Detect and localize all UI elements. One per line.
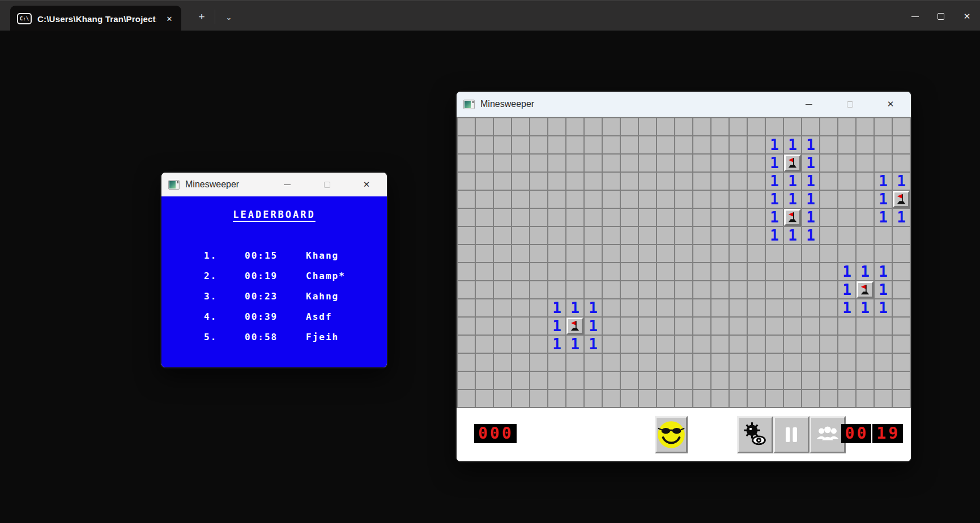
grid-cell[interactable]: 1 [857, 299, 875, 318]
grid-cell[interactable] [711, 372, 730, 390]
grid-cell[interactable] [603, 263, 621, 281]
grid-cell[interactable] [675, 263, 693, 281]
grid-cell[interactable] [857, 191, 875, 209]
grid-cell[interactable] [802, 299, 820, 318]
grid-cell[interactable]: 1 [893, 173, 911, 191]
grid-cell[interactable] [512, 209, 530, 227]
grid-cell[interactable] [585, 281, 603, 299]
grid-cell[interactable] [748, 155, 766, 173]
grid-cell[interactable] [820, 209, 838, 227]
grid-cell[interactable] [476, 281, 494, 299]
grid-cell[interactable] [693, 354, 711, 372]
grid-cell[interactable] [711, 136, 730, 155]
grid-cell[interactable] [857, 372, 875, 390]
grid-cell[interactable] [603, 299, 621, 318]
grid-cell[interactable]: 1 [802, 173, 820, 191]
grid-cell[interactable] [784, 155, 802, 173]
grid-cell[interactable] [603, 118, 621, 136]
grid-cell[interactable] [893, 136, 911, 155]
grid-cell[interactable] [838, 191, 857, 209]
grid-cell[interactable] [675, 245, 693, 263]
grid-cell[interactable] [730, 281, 748, 299]
grid-cell[interactable] [784, 299, 802, 318]
grid-cell[interactable] [494, 354, 512, 372]
grid-cell[interactable]: 1 [875, 191, 893, 209]
grid-cell[interactable] [893, 245, 911, 263]
grid-cell[interactable] [893, 191, 911, 209]
grid-cell[interactable] [512, 227, 530, 245]
grid-cell[interactable] [675, 281, 693, 299]
grid-cell[interactable] [494, 227, 512, 245]
grid-cell[interactable] [458, 263, 476, 281]
terminal-tab[interactable]: C:\ C:\Users\Khang Tran\Projects' ✕ [10, 6, 181, 32]
grid-cell[interactable]: 1 [893, 209, 911, 227]
grid-cell[interactable] [458, 390, 476, 408]
grid-cell[interactable] [476, 136, 494, 155]
grid-cell[interactable] [730, 209, 748, 227]
grid-cell[interactable] [820, 118, 838, 136]
tab-dropdown-chevron-icon[interactable]: ⌄ [220, 8, 238, 26]
grid-cell[interactable] [530, 263, 548, 281]
grid-cell[interactable] [730, 336, 748, 354]
grid-cell[interactable]: 1 [585, 336, 603, 354]
grid-cell[interactable] [693, 245, 711, 263]
grid-cell[interactable]: 1 [548, 299, 566, 318]
grid-cell[interactable] [802, 390, 820, 408]
grid-cell[interactable] [657, 263, 675, 281]
grid-cell[interactable] [820, 318, 838, 336]
grid-cell[interactable] [693, 209, 711, 227]
grid-cell[interactable] [566, 354, 585, 372]
grid-cell[interactable] [657, 281, 675, 299]
grid-cell[interactable] [603, 390, 621, 408]
grid-cell[interactable] [657, 390, 675, 408]
terminal-titlebar[interactable]: C:\ C:\Users\Khang Tran\Projects' ✕ + ⌄ … [0, 0, 980, 31]
grid-cell[interactable] [548, 245, 566, 263]
grid-cell[interactable] [893, 299, 911, 318]
grid-cell[interactable] [838, 372, 857, 390]
grid-cell[interactable] [838, 245, 857, 263]
grid-cell[interactable] [675, 372, 693, 390]
grid-cell[interactable] [494, 209, 512, 227]
grid-cell[interactable] [566, 227, 585, 245]
grid-cell[interactable] [748, 118, 766, 136]
grid-cell[interactable] [784, 118, 802, 136]
grid-cell[interactable] [838, 136, 857, 155]
grid-cell[interactable] [494, 118, 512, 136]
grid-cell[interactable] [639, 281, 657, 299]
grid-cell[interactable] [693, 227, 711, 245]
grid-cell[interactable] [657, 245, 675, 263]
grid-cell[interactable] [494, 318, 512, 336]
grid-cell[interactable] [639, 336, 657, 354]
grid-cell[interactable] [566, 209, 585, 227]
grid-cell[interactable] [766, 354, 784, 372]
grid-cell[interactable] [748, 263, 766, 281]
tab-close-icon[interactable]: ✕ [162, 11, 177, 26]
grid-cell[interactable] [621, 136, 639, 155]
grid-cell[interactable] [730, 136, 748, 155]
grid-cell[interactable] [530, 227, 548, 245]
grid-cell[interactable] [566, 263, 585, 281]
grid-cell[interactable] [585, 191, 603, 209]
grid-cell[interactable] [711, 118, 730, 136]
grid-cell[interactable] [784, 318, 802, 336]
grid-cell[interactable]: 1 [802, 227, 820, 245]
grid-cell[interactable] [875, 118, 893, 136]
grid-cell[interactable] [784, 263, 802, 281]
grid-cell[interactable] [711, 299, 730, 318]
reveal-mines-button[interactable] [737, 416, 773, 453]
grid-cell[interactable]: 1 [784, 227, 802, 245]
game-close-button[interactable]: ✕ [878, 92, 903, 117]
grid-cell[interactable] [893, 155, 911, 173]
grid-cell[interactable] [639, 263, 657, 281]
grid-cell[interactable] [476, 118, 494, 136]
grid-cell[interactable] [875, 372, 893, 390]
grid-cell[interactable] [675, 318, 693, 336]
grid-cell[interactable] [693, 372, 711, 390]
grid-cell[interactable] [675, 173, 693, 191]
grid-cell[interactable] [548, 354, 566, 372]
grid-cell[interactable] [675, 118, 693, 136]
grid-cell[interactable]: 1 [784, 136, 802, 155]
grid-cell[interactable] [730, 372, 748, 390]
grid-cell[interactable] [820, 227, 838, 245]
grid-cell[interactable] [585, 209, 603, 227]
